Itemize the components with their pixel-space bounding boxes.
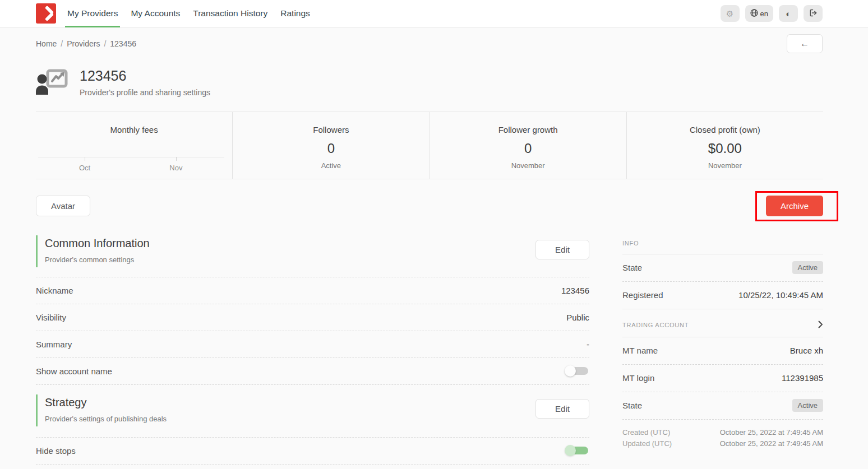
updated-row: Updated (UTC) October 25, 2022 at 7:49:4…	[622, 438, 823, 449]
section-head-text: Strategy Provider's settings of publishi…	[36, 394, 167, 426]
breadcrumb: Home / Providers / 123456	[36, 39, 136, 48]
field-label: Hide stops	[36, 446, 76, 456]
status-badge: Active	[792, 399, 823, 412]
info-row-mt-login: MT login 112391985	[622, 365, 823, 392]
strategy-rows: Hide stops	[36, 437, 589, 465]
info-panel-heading: INFO	[622, 236, 823, 254]
stat-title: Closed profit (own)	[627, 125, 823, 134]
info-row-account-state: State Active	[622, 392, 823, 420]
field-row-visibility: Visibility Public	[36, 304, 589, 331]
monthly-fees-chart: Oct Nov	[38, 157, 224, 161]
field-label: Visibility	[36, 313, 66, 322]
contrast-icon: ◐	[786, 10, 791, 18]
toggle-knob	[565, 365, 576, 377]
info-label: MT login	[622, 373, 654, 383]
app-logo-icon[interactable]	[36, 3, 56, 24]
hide-stops-toggle[interactable]	[565, 444, 589, 457]
section-title: Strategy	[45, 396, 167, 409]
meta-value: October 25, 2022 at 7:49:45 AM	[720, 427, 823, 438]
stats-strip: Monthly fees Oct Nov Followers 0 Active …	[36, 112, 823, 179]
field-label: Summary	[36, 340, 72, 349]
chart-tick	[176, 157, 177, 161]
stat-value: $0.00	[627, 141, 823, 156]
strategy-edit-button[interactable]: Edit	[535, 399, 589, 419]
section-head-text: Common Information Provider's common set…	[36, 235, 150, 267]
page-title: 123456	[80, 68, 210, 84]
breadcrumb-separator: /	[61, 39, 63, 48]
meta-value: October 25, 2022 at 7:49:45 AM	[720, 438, 823, 449]
back-button[interactable]: ←	[787, 34, 823, 53]
field-row-hide-stops: Hide stops	[36, 438, 589, 465]
nav-tab-my-accounts[interactable]: My Accounts	[128, 0, 182, 27]
logout-icon	[809, 8, 818, 19]
breadcrumb-row: Home / Providers / 123456 ←	[0, 27, 868, 53]
breadcrumb-home[interactable]: Home	[36, 39, 57, 48]
language-button[interactable]: en	[745, 5, 773, 22]
archive-button[interactable]: Archive	[766, 196, 823, 216]
chart-tick	[85, 157, 85, 161]
field-label: Show account name	[36, 366, 112, 376]
chart-tick-label: Nov	[169, 164, 182, 172]
stat-card-closed-profit: Closed profit (own) $0.00 November	[626, 112, 823, 179]
stat-value: 0	[430, 141, 626, 156]
chart-tick-label: Oct	[79, 164, 90, 172]
stat-title: Follower growth	[430, 125, 626, 134]
section-subtitle: Provider's common settings	[45, 256, 150, 264]
field-label: Nickname	[36, 286, 73, 295]
breadcrumb-current: 123456	[110, 39, 136, 48]
info-panel: INFO State Active Registered 10/25/22, 1…	[622, 235, 823, 449]
stat-caption: November	[627, 161, 823, 170]
show-account-name-toggle[interactable]	[565, 364, 589, 378]
field-value: Public	[566, 313, 589, 322]
back-arrow-icon: ←	[800, 39, 809, 48]
field-row-show-account-name: Show account name	[36, 358, 589, 385]
toggle-knob	[565, 445, 576, 456]
stat-caption: November	[430, 161, 626, 170]
info-label: MT name	[622, 346, 658, 355]
page-subtitle: Provider's profile and sharing settings	[80, 88, 210, 97]
field-value: -	[587, 340, 589, 349]
section-subtitle: Provider's settings of publishing deals	[45, 415, 167, 423]
common-information-edit-button[interactable]: Edit	[535, 240, 589, 259]
topbar-actions: ⚙ en ◐	[721, 5, 823, 22]
breadcrumb-separator: /	[104, 39, 106, 48]
page-action-row: Avatar Archive	[36, 191, 823, 221]
stat-title: Followers	[233, 125, 429, 134]
info-value: Bruce xh	[790, 346, 823, 355]
settings-column: Common Information Provider's common set…	[36, 235, 589, 465]
info-label: State	[622, 401, 642, 410]
info-row-state: State Active	[622, 254, 823, 282]
info-row-registered: Registered 10/25/22, 10:49:45 AM	[622, 282, 823, 309]
trading-account-heading[interactable]: TRADING ACCOUNT	[622, 309, 823, 337]
section-title: Common Information	[45, 237, 150, 250]
nav-tab-ratings[interactable]: Ratings	[278, 0, 312, 27]
main-content: Common Information Provider's common set…	[0, 221, 868, 465]
trading-account-heading-label: TRADING ACCOUNT	[622, 322, 689, 328]
main-nav: My Providers My Accounts Transaction His…	[65, 0, 321, 27]
stat-title: Monthly fees	[36, 125, 232, 134]
common-information-rows: Nickname 123456 Visibility Public Summar…	[36, 277, 589, 385]
chevron-right-icon	[818, 321, 823, 329]
nav-tab-transaction-history[interactable]: Transaction History	[191, 0, 270, 27]
avatar-button[interactable]: Avatar	[36, 196, 90, 216]
strategy-section-header: Strategy Provider's settings of publishi…	[36, 394, 589, 426]
meta-label: Created (UTC)	[622, 427, 670, 438]
timestamps: Created (UTC) October 25, 2022 at 7:49:4…	[622, 427, 823, 449]
provider-profile-icon	[36, 68, 68, 96]
settings-button[interactable]: ⚙	[721, 5, 740, 22]
info-label: Registered	[622, 290, 663, 300]
nav-tab-my-providers[interactable]: My Providers	[65, 0, 120, 27]
field-value: 123456	[561, 286, 589, 295]
globe-icon	[750, 9, 758, 18]
logout-button[interactable]	[804, 5, 823, 22]
page-header: 123456 Provider's profile and sharing se…	[0, 53, 868, 97]
theme-toggle-button[interactable]: ◐	[779, 5, 798, 22]
chart-axis	[38, 157, 224, 157]
meta-label: Updated (UTC)	[622, 438, 672, 449]
field-row-summary: Summary -	[36, 331, 589, 358]
info-value: 10/25/22, 10:49:45 AM	[738, 290, 823, 300]
stat-card-follower-growth: Follower growth 0 November	[430, 112, 626, 179]
breadcrumb-providers[interactable]: Providers	[67, 39, 100, 48]
common-information-section-header: Common Information Provider's common set…	[36, 235, 589, 267]
strategy-section: Strategy Provider's settings of publishi…	[36, 394, 589, 465]
